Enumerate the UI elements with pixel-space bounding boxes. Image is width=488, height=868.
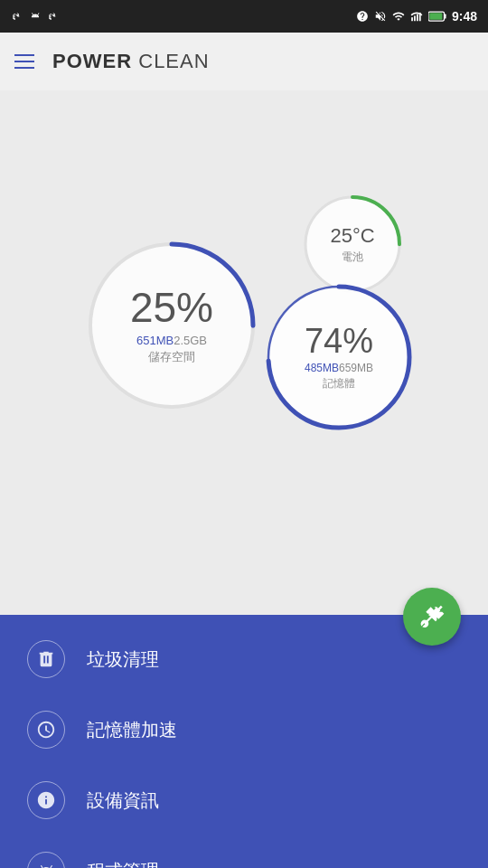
trash-icon [36,649,56,669]
clock: 9:48 [452,9,477,24]
hamburger-menu[interactable] [14,54,34,69]
status-bar: 9:48 [0,0,488,33]
apps-label: 程式管理 [87,859,159,869]
usb-icon-2 [47,10,60,23]
svg-rect-1 [414,15,416,21]
menu-item-memory[interactable]: 記憶體加速 [0,694,488,765]
android-apps-icon [36,861,56,868]
svg-rect-3 [419,13,421,21]
memory-circle[interactable]: 74% 485MB659MB 記憶體 [262,280,416,434]
svg-rect-0 [411,17,413,21]
signal-icon [410,10,423,23]
app-title: POWER CLEAN [52,50,210,73]
svg-rect-2 [417,14,418,22]
info-icon-circle [27,781,65,819]
memory-label: 記憶體加速 [87,718,177,742]
status-icons-right: 9:48 [356,9,477,24]
mute-icon [374,10,387,23]
wifi-icon [392,10,405,23]
memory-info: 74% 485MB659MB 記憶體 [262,280,416,434]
memory-speedometer-icon [36,720,56,740]
menu-item-info[interactable]: 設備資訊 [0,765,488,835]
battery-icon [428,10,446,23]
memory-icon-circle [27,711,65,749]
menu-list: 垃圾清理 記憶體加速 設備資訊 程式管理 [0,615,488,868]
question-icon [356,10,369,23]
trash-label: 垃圾清理 [87,647,159,672]
storage-circle[interactable]: 25% 651MB2.5GB 儲存空間 [81,235,262,416]
clean-fab-button[interactable] [403,588,461,646]
bottom-panel: 垃圾清理 記憶體加速 設備資訊 程式管理 [0,615,488,868]
header: POWER CLEAN [0,33,488,90]
storage-info: 25% 651MB2.5GB 儲存空間 [81,235,262,416]
svg-rect-6 [429,13,442,20]
svg-rect-5 [444,14,446,19]
apps-icon-circle [27,852,65,868]
circles-container: 25% 651MB2.5GB 儲存空間 25°C 電池 [63,190,425,515]
main-area: 25% 651MB2.5GB 儲存空間 25°C 電池 [0,90,488,615]
status-icons-left [11,10,60,23]
usb-icon-1 [11,10,23,23]
info-label: 設備資訊 [87,788,159,813]
broom-icon [418,602,446,631]
info-icon [36,790,56,810]
menu-item-apps[interactable]: 程式管理 [0,835,488,868]
android-icon [29,10,42,23]
trash-icon-circle [27,640,65,678]
